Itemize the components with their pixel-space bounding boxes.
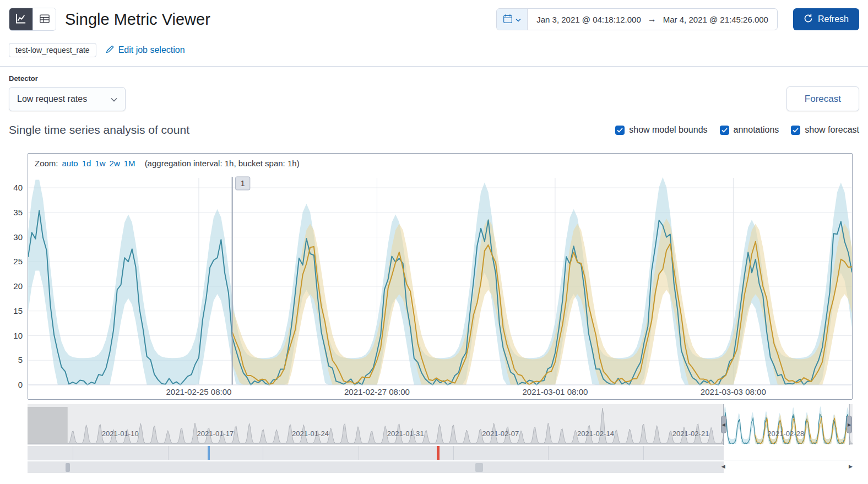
- y-tick-label: 35: [13, 208, 23, 217]
- time-series-chart[interactable]: 12021-02-25 08:002021-02-27 08:002021-03…: [28, 172, 852, 399]
- analysis-heading: Single time series analysis of count: [9, 123, 189, 137]
- checkbox-annotations[interactable]: annotations: [720, 125, 779, 135]
- line-chart-icon: [15, 13, 26, 26]
- checkbox-show-forecast[interactable]: show forecast: [791, 125, 859, 135]
- calendar-icon: [503, 14, 513, 25]
- lane-cell-border: [453, 446, 454, 460]
- y-tick-label: 20: [13, 281, 23, 291]
- x-tick-label: 2021-02-27 08:00: [344, 387, 410, 396]
- start-date[interactable]: Jan 3, 2021 @ 04:18:12.000: [536, 15, 641, 24]
- y-tick-label: 30: [13, 232, 23, 242]
- checkbox-label: annotations: [734, 125, 779, 135]
- context-date-label: 2021-01-10: [102, 429, 139, 438]
- zoom-1w-link[interactable]: 1w: [95, 159, 105, 168]
- x-tick-label: 2021-03-03 08:00: [701, 387, 766, 396]
- job-row: test-low_request_rate Edit job selection: [0, 39, 868, 66]
- table-view-button[interactable]: [32, 8, 56, 30]
- checkbox-checked-box: [791, 126, 800, 135]
- lane-cell-border: [168, 446, 169, 460]
- refresh-button[interactable]: Refresh: [793, 8, 859, 30]
- context-date-label: 2021-02-28: [767, 429, 804, 438]
- context-date-label: 2021-02-21: [672, 429, 709, 438]
- chart-view-button[interactable]: [9, 8, 32, 30]
- y-tick-label: 0: [18, 380, 23, 390]
- y-tick-label: 5: [18, 355, 23, 365]
- refresh-button-label: Refresh: [818, 14, 849, 24]
- chevron-down-icon: [111, 94, 117, 104]
- annotations-lane-track: [28, 446, 724, 460]
- edit-job-selection-link[interactable]: Edit job selection: [105, 45, 185, 56]
- table-icon: [39, 13, 50, 26]
- quick-select-button[interactable]: [497, 9, 528, 30]
- y-tick-label: 10: [13, 331, 23, 341]
- y-tick-label: 15: [13, 306, 23, 316]
- mini-handle-left[interactable]: ◀: [721, 464, 725, 469]
- controls-row: Detector Low request rates Forecast: [0, 67, 868, 120]
- check-icon: [617, 128, 623, 133]
- refresh-icon: [804, 14, 813, 25]
- context-date-label: 2021-02-14: [577, 429, 614, 438]
- check-icon: [793, 128, 799, 133]
- checkbox-label: show model bounds: [629, 125, 707, 135]
- x-tick-label: 2021-02-25 08:00: [166, 387, 231, 396]
- secondary-swimlane[interactable]: ◀▶: [28, 461, 853, 473]
- annotations-swimlane[interactable]: [28, 446, 853, 460]
- edit-job-selection-label: Edit job selection: [118, 45, 185, 55]
- zoom-row: Zoom: auto 1d 1w 2w 1M (aggregation inte…: [28, 154, 852, 172]
- y-tick-label: 25: [13, 257, 23, 267]
- zoom-1M-link[interactable]: 1M: [124, 159, 135, 168]
- checkbox-group: show model bounds annotations show forec…: [615, 125, 859, 135]
- brush-handle-right[interactable]: ▶: [847, 416, 852, 433]
- zoom-2w-link[interactable]: 2w: [110, 159, 120, 168]
- checkbox-label: show forecast: [805, 125, 859, 135]
- focus-chart-panel: Zoom: auto 1d 1w 2w 1M (aggregation inte…: [28, 153, 853, 400]
- context-chart-wrap: 2021-01-102021-01-172021-01-242021-01-31…: [28, 404, 853, 473]
- annotation-badge-label: 1: [241, 179, 245, 188]
- app-header: Single Metric Viewer Jan 3, 2021 @ 04:18…: [0, 0, 868, 39]
- context-chart[interactable]: 2021-01-102021-01-172021-01-242021-01-31…: [28, 404, 853, 445]
- lane-cell-border: [359, 446, 359, 460]
- swimlane-marker: [66, 463, 70, 472]
- context-date-label: 2021-01-17: [197, 429, 234, 438]
- zoom-1d-link[interactable]: 1d: [82, 159, 91, 168]
- page-title: Single Metric Viewer: [65, 10, 210, 29]
- context-chart-svg: 2021-01-102021-01-172021-01-242021-01-31…: [28, 404, 853, 445]
- annotation-marker[interactable]: [208, 446, 210, 460]
- zoom-auto-link[interactable]: auto: [62, 159, 78, 168]
- x-tick-label: 2021-03-01 08:00: [522, 387, 588, 396]
- brush-handle-left[interactable]: ◀: [721, 416, 726, 433]
- range-arrow-icon: →: [648, 14, 657, 24]
- checkbox-checked-box: [720, 126, 729, 135]
- checkbox-checked-box: [615, 126, 625, 135]
- y-tick-label: 40: [13, 183, 23, 193]
- lane-cell-border: [73, 446, 73, 460]
- detector-group: Detector Low request rates: [9, 74, 126, 111]
- view-toggle-group: [9, 8, 56, 31]
- date-range-picker: Jan 3, 2021 @ 04:18:12.000 → Mar 4, 2021…: [496, 8, 778, 30]
- zoom-label: Zoom:: [35, 159, 58, 168]
- y-axis-labels: 0510152025303540: [0, 153, 28, 400]
- date-range: Jan 3, 2021 @ 04:18:12.000 → Mar 4, 2021…: [528, 9, 777, 30]
- context-date-label: 2021-02-07: [482, 429, 519, 438]
- context-no-data-block: [28, 407, 68, 444]
- annotation-marker[interactable]: [437, 446, 440, 460]
- lane-cell-border: [643, 446, 644, 460]
- detector-select[interactable]: Low request rates: [9, 87, 126, 111]
- context-date-label: 2021-01-24: [292, 429, 329, 438]
- secondary-lane-track: [28, 461, 724, 473]
- forecast-button[interactable]: Forecast: [786, 86, 859, 111]
- chart-area: 0510152025303540 Zoom: auto 1d 1w 2w 1M …: [0, 153, 868, 400]
- check-icon: [721, 128, 728, 133]
- chevron-down-icon: [516, 15, 521, 24]
- job-badge: test-low_request_rate: [9, 43, 96, 57]
- detector-selected-value: Low request rates: [17, 94, 87, 104]
- analysis-row: Single time series analysis of count sho…: [0, 120, 868, 144]
- pencil-icon: [105, 45, 115, 56]
- end-date[interactable]: Mar 4, 2021 @ 21:45:26.000: [663, 15, 768, 24]
- mini-handle-right[interactable]: ▶: [849, 464, 853, 469]
- lane-cell-border: [263, 446, 263, 460]
- aggregation-detail: (aggregation interval: 1h, bucket span: …: [145, 159, 300, 168]
- context-date-label: 2021-01-31: [387, 429, 424, 438]
- checkbox-show-model-bounds[interactable]: show model bounds: [615, 125, 707, 135]
- detector-label: Detector: [9, 74, 126, 83]
